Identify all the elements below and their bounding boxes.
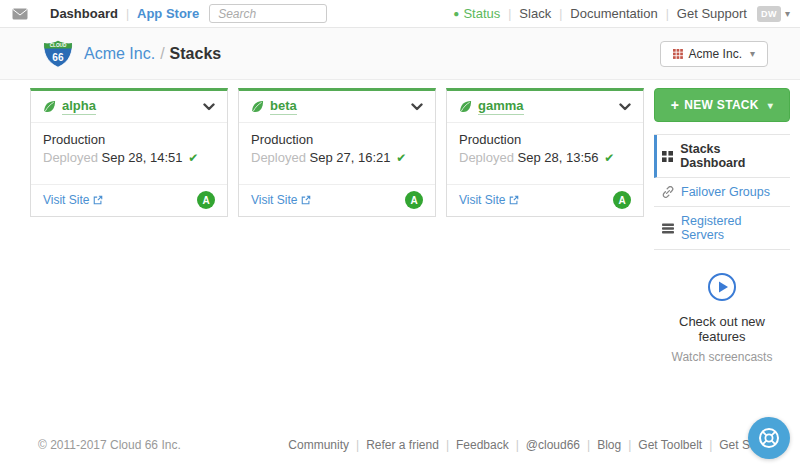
stack-card-body: Production Deployed Sep 28, 13:56 ✔ [447, 123, 643, 184]
footer: © 2011-2017 Cloud 66 Inc. Community | Re… [0, 426, 800, 464]
promo-subtitle[interactable]: Watch screencasts [654, 350, 790, 364]
user-avatar-badge[interactable]: DW [757, 6, 781, 22]
copyright: © 2011-2017 Cloud 66 Inc. [38, 438, 181, 452]
stack-status-badge: A [405, 191, 423, 209]
stack-card-alpha: alpha Production Deployed Sep 28, 14:51 … [30, 88, 228, 217]
leaf-icon [43, 100, 56, 113]
nav-separator: | [559, 7, 562, 21]
caret-down-icon: ▾ [750, 48, 755, 59]
deployed-label: Deployed [251, 150, 306, 165]
stack-deploy-info: Deployed Sep 27, 16:21 ✔ [251, 150, 423, 165]
envelope-icon[interactable] [12, 8, 28, 20]
chevron-down-icon[interactable] [619, 103, 631, 111]
footer-separator: | [516, 438, 519, 452]
nav-status[interactable]: Status [463, 6, 500, 21]
stack-card-body: Production Deployed Sep 27, 16:21 ✔ [239, 123, 435, 184]
leaf-icon [459, 100, 472, 113]
stack-card-footer: Visit Site A [239, 184, 435, 216]
breadcrumb-org-link[interactable]: Acme Inc. [84, 45, 155, 63]
sidebar-item-failover-groups[interactable]: Failover Groups [654, 178, 790, 207]
main-content: alpha Production Deployed Sep 28, 14:51 … [0, 80, 800, 364]
breadcrumb-separator: / [160, 45, 164, 63]
status-dot-icon: ● [453, 8, 459, 19]
org-icon [673, 49, 683, 59]
new-stack-button[interactable]: + NEW STACK ▾ [654, 88, 790, 122]
chevron-down-icon[interactable] [203, 103, 215, 111]
grid-icon [662, 151, 673, 162]
stack-card-header: gamma [447, 91, 643, 123]
external-link-icon [93, 195, 103, 205]
footer-link-refer-a-friend[interactable]: Refer a friend [366, 438, 439, 452]
caret-down-icon[interactable]: ▾ [785, 8, 790, 19]
stacks-list: alpha Production Deployed Sep 28, 14:51 … [30, 88, 644, 364]
visit-site-link[interactable]: Visit Site [43, 193, 103, 207]
nav-slack[interactable]: Slack [519, 6, 551, 21]
org-button-label: Acme Inc. [689, 47, 742, 61]
stack-card-footer: Visit Site A [447, 184, 643, 216]
stack-name-link[interactable]: alpha [62, 98, 96, 115]
page-header: CLOUD 66 Acme Inc. / Stacks Acme Inc. ▾ [0, 28, 800, 80]
features-promo: Check out new features Watch screencasts [654, 272, 790, 364]
stack-deploy-info: Deployed Sep 28, 13:56 ✔ [459, 150, 631, 165]
topbar: Dashboard | App Store ● Status | Slack |… [0, 0, 800, 28]
svg-text:CLOUD: CLOUD [50, 43, 67, 48]
stack-environment: Production [43, 132, 215, 147]
deployed-date: Sep 27, 16:21 [310, 150, 391, 165]
page-title: Stacks [170, 45, 222, 63]
stack-card-body: Production Deployed Sep 28, 14:51 ✔ [31, 123, 227, 184]
plus-icon: + [671, 97, 679, 113]
chevron-down-icon[interactable] [411, 103, 423, 111]
play-icon[interactable] [707, 272, 737, 302]
promo-title: Check out new features [654, 314, 790, 344]
external-link-icon [301, 195, 311, 205]
nav-documentation[interactable]: Documentation [570, 6, 657, 21]
check-icon: ✔ [188, 151, 198, 165]
lifebuoy-icon [757, 426, 781, 450]
nav-app-store[interactable]: App Store [137, 6, 199, 21]
footer-link-cloud66-twitter[interactable]: @cloud66 [526, 438, 580, 452]
svg-text:66: 66 [52, 52, 64, 63]
nav-dashboard[interactable]: Dashboard [50, 6, 118, 21]
stack-name-link[interactable]: beta [270, 98, 297, 115]
sidebar-item-label: Failover Groups [681, 185, 770, 199]
stack-environment: Production [459, 132, 631, 147]
deployed-label: Deployed [43, 150, 98, 165]
stack-card-beta: beta Production Deployed Sep 27, 16:21 ✔… [238, 88, 436, 217]
visit-site-label: Visit Site [459, 193, 505, 207]
org-selector-button[interactable]: Acme Inc. ▾ [660, 41, 768, 67]
footer-separator: | [587, 438, 590, 452]
deployed-date: Sep 28, 13:56 [518, 150, 599, 165]
stack-environment: Production [251, 132, 423, 147]
sidebar-item-label: Stacks Dashboard [680, 142, 782, 170]
nav-separator: | [666, 7, 669, 21]
footer-separator: | [628, 438, 631, 452]
footer-link-blog[interactable]: Blog [597, 438, 621, 452]
sidebar-item-registered-servers[interactable]: Registered Servers [654, 207, 790, 250]
caret-down-icon: ▾ [768, 100, 773, 111]
footer-link-get-toolbelt[interactable]: Get Toolbelt [638, 438, 702, 452]
sidebar-item-stacks-dashboard[interactable]: Stacks Dashboard [654, 135, 790, 178]
visit-site-link[interactable]: Visit Site [251, 193, 311, 207]
stack-name-link[interactable]: gamma [478, 98, 524, 115]
help-chat-widget[interactable] [748, 417, 790, 459]
leaf-icon [251, 100, 264, 113]
visit-site-label: Visit Site [43, 193, 89, 207]
stack-status-badge: A [197, 191, 215, 209]
sidebar-menu: Stacks Dashboard Failover Groups Registe… [654, 134, 790, 250]
footer-separator: | [446, 438, 449, 452]
server-icon [662, 223, 674, 234]
nav-separator: | [126, 7, 129, 21]
sidebar-item-label: Registered Servers [681, 214, 782, 242]
footer-link-feedback[interactable]: Feedback [456, 438, 509, 452]
footer-separator: | [709, 438, 712, 452]
cloud66-logo-icon[interactable]: CLOUD 66 [42, 40, 74, 68]
new-stack-label: NEW STACK [684, 98, 758, 112]
nav-get-support[interactable]: Get Support [677, 6, 747, 21]
visit-site-link[interactable]: Visit Site [459, 193, 519, 207]
nav-separator: | [508, 7, 511, 21]
search-input[interactable] [209, 4, 327, 23]
footer-links: Community | Refer a friend | Feedback | … [288, 438, 784, 452]
check-icon: ✔ [604, 151, 614, 165]
stack-status-badge: A [613, 191, 631, 209]
footer-link-community[interactable]: Community [288, 438, 349, 452]
